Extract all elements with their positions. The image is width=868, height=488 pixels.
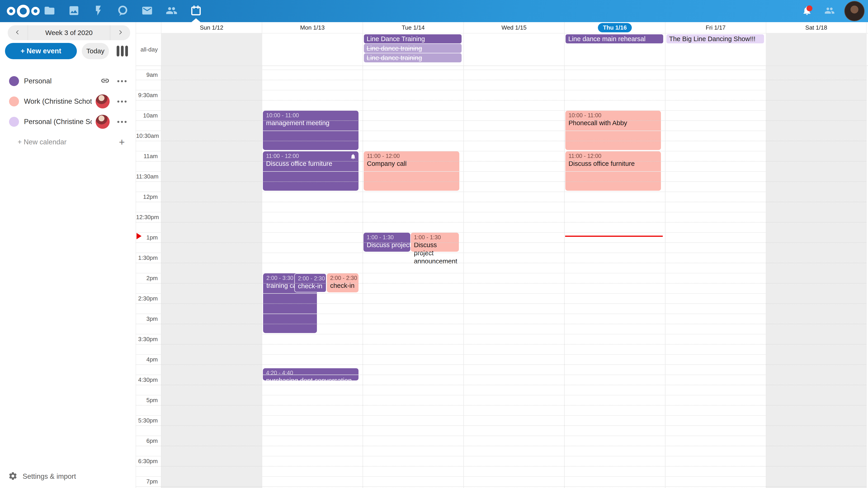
nextcloud-logo[interactable]	[6, 4, 40, 19]
hour-line	[136, 151, 866, 151]
hour-line	[136, 395, 866, 395]
day-column-mon-1-13[interactable]: 10:00 - 11:00management meeting11:00 - 1…	[262, 66, 363, 488]
day-header-thu-1-16[interactable]: Thu 1/16	[564, 22, 665, 33]
day-column-sun-1-12[interactable]	[161, 66, 262, 488]
app-contacts[interactable]	[159, 0, 184, 22]
sidebar-calendar-personal[interactable]: Personal	[0, 71, 135, 91]
app-photos[interactable]	[62, 0, 86, 22]
day-column-thu-1-16[interactable]: 10:00 - 11:00Phonecall with Abby11:00 - …	[564, 66, 665, 488]
chevron-left-icon	[15, 29, 21, 36]
allday-cell-wed-1-15[interactable]	[463, 33, 564, 66]
event-time: 11:00 - 12:00	[367, 152, 457, 160]
allday-event[interactable]: Line dance main rehearsal	[565, 34, 663, 43]
event-check-in[interactable]: 2:00 - 2:30check-in	[294, 273, 327, 292]
time-label: 6pm	[136, 437, 158, 445]
view-toggle-icon[interactable]	[117, 46, 128, 57]
quarter-line	[136, 466, 866, 466]
day-column-tue-1-14[interactable]: 11:00 - 12:00Company call1:00 - 1:30Disc…	[363, 66, 463, 488]
time-label: 1:30pm	[136, 254, 158, 261]
event-discuss-office-furniture[interactable]: 11:00 - 12:00Discuss office furniture	[565, 151, 661, 191]
week-label[interactable]: Week 3 of 2020	[28, 29, 110, 37]
allday-cell-mon-1-13[interactable]	[262, 33, 363, 66]
sidebar-calendar-work-christine-schott[interactable]: Work (Christine Schott)	[0, 91, 135, 111]
allday-event[interactable]: Line Dance Training	[364, 34, 462, 43]
day-header-fri-1-17[interactable]: Fri 1/17	[665, 22, 766, 33]
user-avatar	[844, 1, 865, 21]
app-talk[interactable]	[111, 0, 135, 22]
event-discuss-project-announcement[interactable]: 1:00 - 1:30Discuss project announcement	[364, 233, 410, 252]
day-column-wed-1-15[interactable]	[463, 66, 564, 488]
time-grid: 10:00 - 11:00management meeting11:00 - 1…	[136, 66, 868, 488]
allday-event[interactable]: Line dance training	[364, 53, 462, 62]
time-label: 2:30pm	[136, 295, 158, 302]
time-label: 9:30am	[136, 92, 158, 99]
event-purchasing-dept-conversation[interactable]: 4:20 - 4:40purchasing dept conversation	[263, 368, 359, 381]
time-label: 3pm	[136, 315, 158, 322]
more-options-icon[interactable]	[117, 101, 127, 103]
plus-icon: +	[119, 137, 125, 147]
event-time: 1:00 - 1:30	[414, 234, 457, 241]
gear-icon	[8, 471, 18, 482]
time-label: 6:30pm	[136, 458, 158, 465]
calendar-color-dot	[9, 96, 19, 106]
calendar-icon	[190, 5, 202, 18]
settings-button[interactable]: Settings & import	[8, 471, 76, 482]
photos-icon	[68, 5, 80, 18]
contacts-menu-button[interactable]	[818, 0, 841, 22]
event-discuss-project-announcement[interactable]: 1:00 - 1:30Discuss project announcement	[411, 233, 459, 252]
day-header-mon-1-13[interactable]: Mon 1/13	[262, 22, 363, 33]
next-week-button[interactable]	[110, 25, 130, 40]
new-calendar-label: + New calendar	[18, 138, 66, 146]
allday-cell-thu-1-16[interactable]: Line dance main rehearsal	[564, 33, 665, 66]
allday-cell-fri-1-17[interactable]: The Big Line Dancing Show!!!	[665, 33, 766, 66]
quarter-line	[136, 141, 866, 141]
quarter-line	[136, 425, 866, 426]
allday-cell-sun-1-12[interactable]	[161, 33, 262, 66]
app-activity[interactable]	[86, 0, 111, 22]
activity-icon	[92, 5, 104, 18]
day-header-tue-1-14[interactable]: Tue 1/14	[363, 22, 463, 33]
day-column-fri-1-17[interactable]	[665, 66, 766, 488]
share-link-icon[interactable]	[101, 76, 110, 86]
today-button[interactable]: Today	[82, 43, 109, 59]
time-label: 10am	[136, 112, 158, 119]
event-title: Discuss office furniture	[568, 160, 659, 168]
time-label: 7pm	[136, 478, 158, 485]
quarter-line	[136, 405, 866, 405]
user-avatar-button[interactable]	[841, 0, 868, 22]
more-options-icon[interactable]	[117, 121, 127, 123]
allday-cell-tue-1-14[interactable]: Line Dance TrainingLine dance trainingLi…	[363, 33, 463, 66]
day-header-sat-1-18[interactable]: Sat 1/18	[766, 22, 867, 33]
allday-event[interactable]: The Big Line Dancing Show!!!	[666, 34, 764, 43]
new-event-button[interactable]: + New event	[5, 43, 77, 59]
notifications-button[interactable]	[796, 0, 818, 22]
app-mail[interactable]	[135, 0, 159, 22]
event-check-in[interactable]: 2:00 - 2:30check-in	[327, 273, 359, 292]
calendar-actions	[96, 115, 127, 129]
more-options-icon[interactable]	[117, 80, 127, 82]
time-label: 11am	[136, 153, 158, 160]
day-column-sat-1-18[interactable]	[766, 66, 867, 488]
app-files[interactable]	[37, 0, 62, 22]
app-calendar[interactable]	[184, 0, 208, 22]
allday-cell-sat-1-18[interactable]	[766, 33, 867, 66]
previous-week-button[interactable]	[8, 25, 28, 40]
event-phonecall-with-abby[interactable]: 10:00 - 11:00Phonecall with Abby	[565, 111, 661, 150]
day-header-wed-1-15[interactable]: Wed 1/15	[463, 22, 564, 33]
time-label: 4pm	[136, 356, 158, 363]
sidebar-calendar-personal-christine-scho[interactable]: Personal (Christine Scho...	[0, 111, 135, 132]
settings-label: Settings & import	[23, 473, 76, 481]
event-discuss-office-furniture[interactable]: 11:00 - 12:00Discuss office furniture	[263, 151, 359, 191]
quarter-line	[136, 446, 866, 446]
calendar-owner-avatar	[96, 94, 110, 108]
current-time-line	[565, 236, 663, 237]
event-title: management meeting	[266, 119, 356, 127]
time-label: 9am	[136, 71, 158, 78]
event-company-call[interactable]: 11:00 - 12:00Company call	[364, 151, 459, 191]
day-header-sun-1-12[interactable]: Sun 1/12	[161, 22, 262, 33]
calendar-actions	[101, 76, 127, 86]
new-calendar-button[interactable]: + New calendar+	[0, 132, 135, 152]
event-management-meeting[interactable]: 10:00 - 11:00management meeting	[263, 111, 359, 150]
allday-event[interactable]: Line dance training	[364, 44, 462, 53]
quarter-line	[136, 486, 866, 487]
